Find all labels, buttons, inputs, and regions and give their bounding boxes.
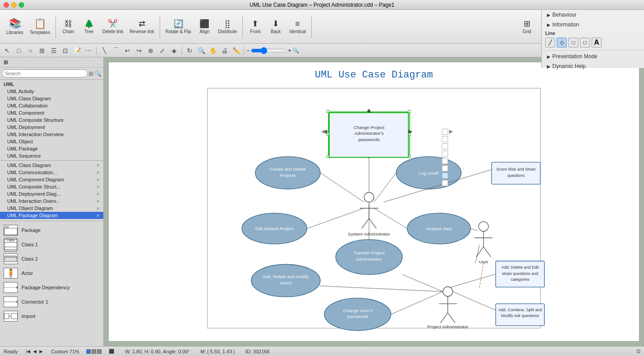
canvas-area[interactable]: UML Use Case Diagram	[104, 57, 644, 346]
reverse-link-button[interactable]: ⇄ Reverse link	[127, 18, 157, 36]
line-tool-4[interactable]: □	[580, 38, 590, 47]
distribute-button[interactable]: ⣿ Distribute	[215, 18, 239, 36]
sidebar-item-uml-object[interactable]: UML Object	[0, 138, 103, 145]
close-class-diagram-icon[interactable]: ✕	[96, 163, 100, 168]
dynamic-help-item[interactable]: ▶ Dynamic Help	[542, 61, 644, 71]
shape-package[interactable]: Package	[0, 223, 103, 237]
front-button[interactable]: ⬆ Front	[246, 18, 265, 36]
zoom-minus[interactable]: −	[246, 47, 250, 54]
sidebar-open-package-diagram[interactable]: UML Package Diagram ✕	[0, 212, 103, 219]
sidebar-item-uml-collaboration[interactable]: UML Collaboration	[0, 102, 103, 109]
waypoint-tool[interactable]: ⊕	[145, 45, 156, 56]
close-communication-icon[interactable]: ✕	[96, 170, 100, 175]
shape-class2[interactable]: Class 2	[0, 252, 103, 266]
sidebar-open-object-diagram[interactable]: UML Object Diagram ✕	[0, 205, 103, 212]
refresh-tool[interactable]: ↻	[184, 45, 195, 56]
page-dot-2[interactable]	[92, 349, 96, 354]
close-component-diagram-icon[interactable]: ✕	[96, 177, 100, 182]
more-tool[interactable]: ⋯	[83, 45, 94, 56]
search-magnify-icon[interactable]: 🔍	[94, 70, 102, 77]
behaviour-item[interactable]: ▶ Behaviour	[542, 10, 644, 20]
shape-import[interactable]: Import	[0, 309, 103, 323]
close-deployment-diag-icon[interactable]: ✕	[96, 192, 100, 197]
sidebar-item-uml-composite-structure[interactable]: UML Composite Structure	[0, 116, 103, 124]
sidebar-grid-icon[interactable]: ⊞	[2, 58, 10, 66]
maximize-button[interactable]	[19, 2, 24, 8]
sidebar-item-uml-class-diagram[interactable]: UML Class Diagram	[0, 95, 103, 102]
sidebar-item-uml-activity[interactable]: UML Activity	[0, 88, 103, 95]
sidebar-open-class-diagram[interactable]: UML Class Diagram ✕	[0, 162, 103, 169]
table-tool[interactable]: ⊞	[37, 45, 47, 56]
print-tool[interactable]: 🖨	[219, 45, 230, 56]
ellipse-tool[interactable]: ○	[25, 45, 36, 56]
delete-link-button[interactable]: ✂️ Delete link	[100, 18, 126, 36]
back-button[interactable]: ⬇ Back	[266, 18, 286, 36]
nav-first[interactable]: |◀	[25, 349, 32, 354]
templates-button[interactable]: 📋 Templates	[27, 17, 53, 37]
canvas[interactable]: UML Use Case Diagram	[108, 62, 640, 342]
resize-tool[interactable]: ⤢	[157, 45, 168, 56]
shape-actor[interactable]: 🧍 Actor	[0, 266, 103, 280]
identical-button[interactable]: ≡ Identical	[287, 18, 309, 36]
presentation-mode-item[interactable]: ▶ Presentation Mode	[542, 51, 644, 61]
close-package-diagram-icon[interactable]: ✕	[96, 213, 100, 218]
curve-tool[interactable]: ⌒	[110, 45, 121, 56]
libraries-button[interactable]: 📚 Libraries	[4, 17, 26, 37]
toolbar-sep-3	[242, 16, 243, 38]
line-tool-1[interactable]: ╱	[545, 38, 555, 47]
sidebar-item-uml-sequence[interactable]: UML Sequence	[0, 152, 103, 159]
sidebar-item-uml-interaction-overview[interactable]: UML Interaction Overview	[0, 131, 103, 138]
zoom-plus[interactable]: +	[288, 47, 291, 54]
grid-button[interactable]: ⊞ Grid	[517, 18, 537, 36]
zoom-display[interactable]: Custom 71%	[51, 349, 79, 354]
nav-next[interactable]: ▶	[38, 349, 44, 354]
sidebar-open-composite-struct[interactable]: UML Composite Struct... ✕	[0, 183, 103, 190]
shape-dependency[interactable]: Package Dependency	[0, 280, 103, 295]
sidebar-open-deployment-diag[interactable]: UML Deployment Diag... ✕	[0, 190, 103, 197]
rect-tool[interactable]: □	[13, 45, 24, 56]
line-tool-2[interactable]: ◇	[557, 38, 567, 47]
chain-button[interactable]: ⛓ Chain	[59, 18, 78, 36]
line-tool[interactable]: ╲	[99, 45, 110, 56]
information-item[interactable]: ▶ Information	[542, 20, 644, 30]
group-tool[interactable]: ⊡	[60, 45, 71, 56]
sidebar-item-uml-component[interactable]: UML Component	[0, 109, 103, 116]
tree-button[interactable]: 🌲 Tree	[79, 18, 99, 36]
svg-text:Log on/off: Log on/off	[419, 171, 439, 176]
close-interaction-overv-icon[interactable]: ✕	[96, 199, 100, 204]
line-tool-3[interactable]: □	[568, 38, 578, 47]
diagram-svg[interactable]: Change Project Administrator's passwords…	[109, 84, 639, 336]
sidebar-item-uml-deployment[interactable]: UML Deployment	[0, 124, 103, 131]
shape-class1[interactable]: Class Class 1	[0, 237, 103, 252]
undo-tool[interactable]: ↩	[122, 45, 133, 56]
sidebar-open-component-diagram[interactable]: UML Component Diagram ✕	[0, 176, 103, 183]
sidebar-open-interaction-overv[interactable]: UML Interaction Overv... ✕	[0, 197, 103, 205]
list-tool[interactable]: ☰	[48, 45, 59, 56]
redo-tool[interactable]: ↪	[134, 45, 144, 56]
shape-connector[interactable]: Connector 1	[0, 295, 103, 309]
rotate-flip-button[interactable]: 🔄 Rotate & Flip	[163, 18, 194, 36]
line-tool-5[interactable]: A	[592, 38, 602, 47]
close-button[interactable]	[4, 2, 9, 8]
pen-tool[interactable]: ✏️	[231, 45, 242, 56]
sidebar-item-uml-package[interactable]: UML Package	[0, 145, 103, 152]
page-dot-1[interactable]	[86, 349, 91, 354]
zoom-slider[interactable]	[251, 47, 287, 54]
page-dot-3[interactable]	[97, 349, 102, 354]
pan-tool[interactable]: ✋	[208, 45, 218, 56]
close-object-diagram-icon[interactable]: ✕	[96, 206, 100, 211]
select-tool[interactable]: ↖	[2, 45, 13, 56]
note-tool[interactable]: 📝	[72, 45, 82, 56]
resize-handle[interactable]: ⊡	[636, 348, 640, 354]
close-composite-struct-icon[interactable]: ✕	[96, 184, 100, 189]
svg-marker-3	[17, 300, 17, 303]
search-icon[interactable]: ⊞	[89, 70, 93, 77]
nav-prev[interactable]: ◀	[32, 349, 38, 354]
port-tool[interactable]: ◈	[169, 45, 179, 56]
align-button[interactable]: ⬛ Align	[195, 18, 214, 36]
zoom-out-tool[interactable]: 🔍	[196, 45, 207, 56]
minimize-button[interactable]	[11, 2, 17, 8]
search-input[interactable]	[2, 69, 88, 77]
sidebar-open-communication[interactable]: UML Communication... ✕	[0, 169, 103, 176]
page-size-icon[interactable]: ⬛	[109, 349, 114, 354]
